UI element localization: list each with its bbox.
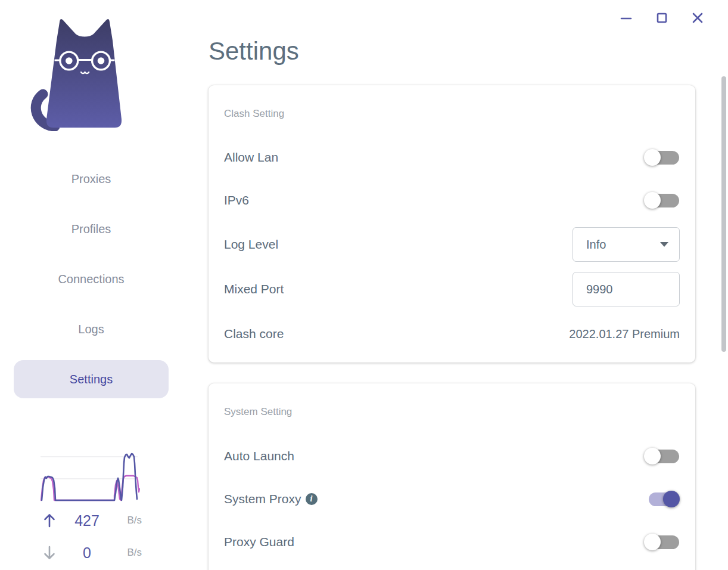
close-button[interactable] <box>689 10 706 26</box>
setting-label: IPv6 <box>224 193 249 207</box>
download-value: 0 <box>57 544 117 562</box>
setting-label-text: System Proxy <box>224 492 301 506</box>
setting-row-log-level: Log Level Info <box>224 223 680 266</box>
toggle-thumb <box>644 192 661 209</box>
download-arrow-icon <box>43 545 56 560</box>
auto-launch-toggle[interactable] <box>644 448 680 464</box>
cat-right-eye <box>98 57 105 64</box>
minimize-button[interactable] <box>618 10 634 26</box>
upload-value: 427 <box>57 512 117 529</box>
upload-unit: B/s <box>117 515 142 526</box>
section-title: System Setting <box>224 406 292 418</box>
cat-left-eye <box>66 57 73 64</box>
sidebar-item-proxies[interactable]: Proxies <box>14 160 169 198</box>
page-title: Settings <box>209 37 299 66</box>
system-setting-card: System Setting Auto Launch System Proxy … <box>209 383 695 570</box>
scrollbar[interactable] <box>721 76 726 352</box>
system-proxy-toggle[interactable] <box>644 491 680 507</box>
setting-row-allow-lan: Allow Lan <box>224 136 680 179</box>
setting-row-auto-launch: Auto Launch <box>224 435 680 478</box>
proxy-guard-toggle[interactable] <box>644 534 680 550</box>
download-unit: B/s <box>117 547 142 559</box>
info-icon[interactable]: i <box>306 493 318 505</box>
setting-label: System Proxy i <box>224 492 318 506</box>
toggle-thumb <box>644 448 661 464</box>
download-stat-row: 0 B/s <box>42 543 142 562</box>
section-title: Clash Setting <box>224 108 284 120</box>
window-controls <box>618 10 706 26</box>
upload-stat-row: 427 B/s <box>42 511 142 530</box>
log-level-select[interactable]: Info <box>573 227 680 262</box>
sidebar-item-profiles[interactable]: Profiles <box>14 210 169 248</box>
maximize-button[interactable] <box>654 10 670 26</box>
minimize-icon <box>619 11 633 25</box>
close-icon <box>690 11 705 25</box>
toggle-thumb <box>644 149 661 166</box>
setting-row-clash-core: Clash core 2022.01.27 Premium <box>224 312 680 355</box>
setting-label: Proxy Guard <box>224 535 294 549</box>
sidebar-nav: Proxies Profiles Connections Logs Settin… <box>0 160 182 410</box>
setting-label: Clash core <box>224 327 284 341</box>
clash-setting-card: Clash Setting Allow Lan IPv6 Log Level I… <box>209 85 695 363</box>
setting-row-system-proxy: System Proxy i <box>224 478 680 521</box>
setting-label: Allow Lan <box>224 150 278 165</box>
setting-label: Mixed Port <box>224 282 284 296</box>
setting-label: Auto Launch <box>224 449 294 463</box>
ipv6-toggle[interactable] <box>644 192 680 209</box>
sidebar: Proxies Profiles Connections Logs Settin… <box>0 0 182 570</box>
upload-line <box>42 454 137 500</box>
setting-row-mixed-port: Mixed Port <box>224 268 680 311</box>
select-value: Info <box>573 238 606 252</box>
maximize-icon <box>655 11 669 25</box>
upload-arrow-icon <box>43 513 56 528</box>
setting-row-ipv6: IPv6 <box>224 179 680 222</box>
clash-core-value: 2022.01.27 Premium <box>569 327 680 341</box>
sidebar-item-connections[interactable]: Connections <box>14 260 169 298</box>
chevron-down-icon <box>660 242 668 247</box>
clash-cat-logo <box>27 14 141 131</box>
toggle-thumb <box>663 491 680 507</box>
toggle-thumb <box>644 534 661 550</box>
traffic-graph <box>41 451 140 501</box>
sidebar-item-logs[interactable]: Logs <box>14 310 169 348</box>
setting-label: Log Level <box>224 237 278 252</box>
allow-lan-toggle[interactable] <box>644 149 680 166</box>
sidebar-item-settings[interactable]: Settings <box>14 360 169 398</box>
mixed-port-input[interactable] <box>573 272 680 306</box>
setting-row-proxy-guard: Proxy Guard <box>224 521 680 563</box>
